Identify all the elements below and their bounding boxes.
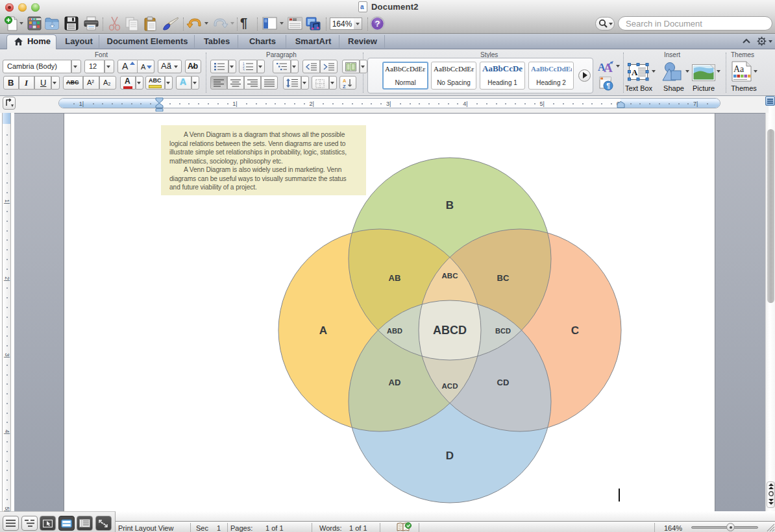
svg-text:A: A bbox=[632, 67, 638, 77]
svg-text:?: ? bbox=[375, 19, 380, 29]
svg-text:CD: CD bbox=[497, 378, 510, 387]
svg-text:D: D bbox=[446, 450, 454, 462]
svg-text:Aa: Aa bbox=[733, 64, 744, 74]
svg-text:ABC: ABC bbox=[442, 272, 458, 280]
svg-text:C: C bbox=[571, 324, 579, 337]
svg-text:BC: BC bbox=[497, 273, 510, 283]
svg-text:AD: AD bbox=[389, 378, 401, 387]
svg-text:BCD: BCD bbox=[495, 327, 511, 335]
svg-text:A: A bbox=[319, 324, 327, 337]
svg-text:ABD: ABD bbox=[387, 327, 402, 335]
svg-text:B: B bbox=[446, 199, 454, 212]
svg-text:ABCD: ABCD bbox=[433, 324, 467, 337]
svg-text:AB: AB bbox=[389, 273, 401, 283]
svg-text:ACD: ACD bbox=[442, 382, 458, 390]
